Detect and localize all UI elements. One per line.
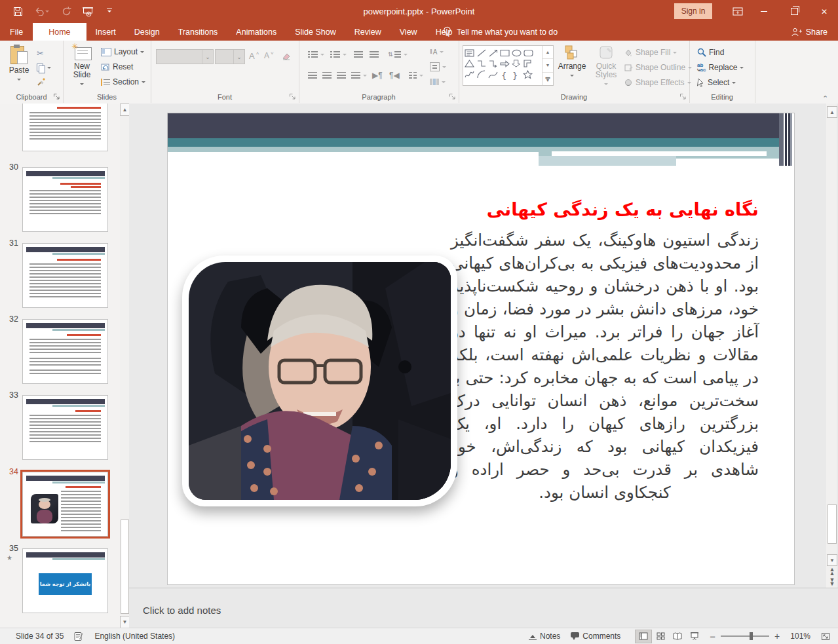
restore-button[interactable] bbox=[782, 0, 806, 23]
thumbnail-slide-31[interactable] bbox=[22, 243, 108, 308]
animation-star-icon[interactable]: ★ bbox=[7, 554, 12, 561]
shapes-gallery-scroll[interactable]: ▲ ▼ ▬▼ bbox=[542, 46, 553, 85]
slide-body-text[interactable]: زندگی استیون هاوکینگ، یک سفر شگفت‌انگیز … bbox=[451, 229, 759, 504]
numbering-button[interactable] bbox=[330, 48, 347, 60]
save-icon[interactable] bbox=[12, 6, 24, 18]
spell-check-icon[interactable] bbox=[69, 628, 89, 644]
grow-font-button[interactable]: A˄ bbox=[249, 50, 259, 62]
clipboard-dialog-launcher[interactable] bbox=[53, 93, 60, 100]
tell-me-box[interactable]: Tell me what you want to do bbox=[443, 23, 558, 41]
zoom-slider-thumb[interactable] bbox=[750, 632, 753, 640]
ribbon-display-options-button[interactable] bbox=[726, 0, 750, 23]
align-text-button[interactable] bbox=[430, 61, 446, 73]
paste-button[interactable]: Paste bbox=[5, 45, 33, 83]
select-button[interactable]: Select bbox=[697, 77, 736, 88]
arrange-dropdown[interactable] bbox=[570, 75, 574, 79]
normal-view-button[interactable] bbox=[635, 630, 652, 643]
bullets-button[interactable] bbox=[308, 48, 324, 60]
thumbnail-slide-35[interactable]: باتشکر از توجه شما bbox=[22, 548, 108, 613]
tab-review[interactable]: Review bbox=[345, 23, 390, 41]
quick-styles-button[interactable]: Quick Styles bbox=[591, 45, 621, 87]
editor-scroll-up-icon[interactable]: ▲ bbox=[827, 106, 837, 118]
slide-sorter-view-button[interactable] bbox=[652, 630, 669, 643]
panel-scroll-down-icon[interactable]: ▼ bbox=[120, 616, 130, 628]
editor-scrollbar-thumb[interactable] bbox=[828, 504, 837, 544]
zoom-in-button[interactable]: + bbox=[773, 628, 785, 644]
thumbnail-slide-29-partial[interactable] bbox=[22, 104, 108, 151]
format-painter-button[interactable] bbox=[37, 76, 46, 88]
layout-button[interactable]: Layout bbox=[101, 46, 144, 58]
align-left-button[interactable] bbox=[308, 69, 317, 81]
font-name-combo[interactable]: ⌄ bbox=[156, 49, 214, 64]
convert-to-smartart-button[interactable] bbox=[430, 76, 446, 88]
new-slide-button[interactable]: ✳ New Slide bbox=[67, 45, 97, 87]
slide-canvas[interactable]: نگاه نهایی به یک زندگی کیهانی زندگی استی… bbox=[167, 113, 795, 585]
start-from-beginning-icon[interactable] bbox=[82, 6, 94, 18]
shape-effects-button[interactable]: Shape Effects bbox=[624, 77, 691, 88]
replace-button[interactable]: ab⤷ac Replace bbox=[697, 62, 744, 73]
zoom-out-button[interactable]: − bbox=[703, 628, 717, 644]
left-to-right-button[interactable]: ▶¶ bbox=[372, 69, 383, 81]
font-dialog-launcher[interactable] bbox=[289, 93, 296, 100]
shapes-gallery[interactable]: { } ▲ ▼ ▬▼ bbox=[463, 45, 554, 86]
tab-slide-show[interactable]: Slide Show bbox=[286, 23, 345, 41]
align-right-button[interactable] bbox=[337, 69, 346, 81]
slide-counter[interactable]: Slide 34 of 35 bbox=[0, 628, 69, 644]
hawking-photo-frame[interactable] bbox=[182, 256, 457, 506]
reading-view-button[interactable] bbox=[669, 630, 686, 643]
thumbnail-slide-34-selected[interactable] bbox=[22, 472, 108, 537]
comments-toggle[interactable]: Comments bbox=[565, 628, 626, 644]
paragraph-dialog-launcher[interactable] bbox=[449, 93, 456, 100]
columns-button[interactable] bbox=[409, 69, 423, 81]
slide-title[interactable]: نگاه نهایی به یک زندگی کیهانی bbox=[487, 199, 759, 219]
customize-quick-access-icon[interactable] bbox=[104, 6, 115, 18]
line-spacing-button[interactable]: ⇅ bbox=[388, 48, 408, 60]
clear-formatting-button[interactable] bbox=[282, 50, 291, 62]
justify-button[interactable] bbox=[351, 69, 367, 81]
close-button[interactable]: ✕ bbox=[812, 0, 836, 23]
zoom-level[interactable]: 101% bbox=[785, 628, 816, 644]
share-button[interactable]: Share bbox=[791, 23, 828, 41]
panel-scrollbar-thumb[interactable] bbox=[121, 520, 129, 614]
tab-home[interactable]: Home bbox=[33, 23, 86, 41]
new-slide-dropdown[interactable] bbox=[80, 83, 84, 87]
arrange-button[interactable]: Arrange bbox=[556, 45, 588, 79]
align-center-button[interactable] bbox=[322, 69, 332, 81]
paste-dropdown[interactable] bbox=[17, 79, 21, 83]
shape-fill-button[interactable]: Shape Fill bbox=[624, 47, 677, 58]
font-size-combo[interactable]: ⌄ bbox=[215, 49, 245, 64]
tab-design[interactable]: Design bbox=[125, 23, 169, 41]
panel-scroll-up-icon[interactable]: ▲ bbox=[120, 104, 130, 116]
thumbnail-slide-33[interactable] bbox=[22, 395, 108, 460]
tab-view[interactable]: View bbox=[390, 23, 427, 41]
minimize-button[interactable] bbox=[752, 0, 776, 23]
drawing-dialog-launcher[interactable] bbox=[679, 93, 687, 100]
thumbnail-slide-32[interactable] bbox=[22, 319, 108, 384]
text-direction-button[interactable]: ‖A bbox=[430, 46, 444, 58]
tab-transitions[interactable]: Transitions bbox=[169, 23, 227, 41]
tab-animations[interactable]: Animations bbox=[227, 23, 286, 41]
notes-toggle[interactable]: Notes bbox=[524, 628, 565, 644]
collapse-ribbon-icon[interactable]: ⌃ bbox=[822, 94, 828, 103]
thumbnail-slide-30[interactable] bbox=[22, 167, 108, 232]
reset-button[interactable]: Reset bbox=[101, 61, 133, 73]
shape-outline-button[interactable]: Shape Outline bbox=[624, 62, 692, 73]
shrink-font-button[interactable]: A˅ bbox=[264, 50, 274, 62]
slide-show-view-button[interactable] bbox=[686, 630, 703, 643]
undo-icon[interactable] bbox=[33, 6, 50, 18]
language-indicator[interactable]: English (United States) bbox=[89, 628, 180, 644]
tab-file[interactable]: File bbox=[0, 23, 33, 41]
right-to-left-button[interactable]: ¶◀ bbox=[389, 69, 400, 81]
notes-placeholder[interactable]: Click to add notes bbox=[143, 605, 221, 616]
cut-button[interactable]: ✂ bbox=[37, 47, 44, 59]
increase-indent-button[interactable] bbox=[370, 48, 379, 60]
fit-slide-to-window-button[interactable] bbox=[816, 628, 838, 644]
zoom-slider[interactable] bbox=[721, 635, 769, 637]
decrease-indent-button[interactable] bbox=[354, 48, 363, 60]
previous-slide-button[interactable]: ▲▲ bbox=[828, 567, 837, 575]
notes-pane[interactable]: Click to add notes bbox=[129, 588, 838, 628]
redo-icon[interactable] bbox=[60, 6, 72, 18]
next-slide-button[interactable]: ▼▼ bbox=[828, 578, 837, 586]
sign-in-button[interactable]: Sign in bbox=[674, 3, 712, 19]
copy-button[interactable] bbox=[37, 62, 51, 73]
